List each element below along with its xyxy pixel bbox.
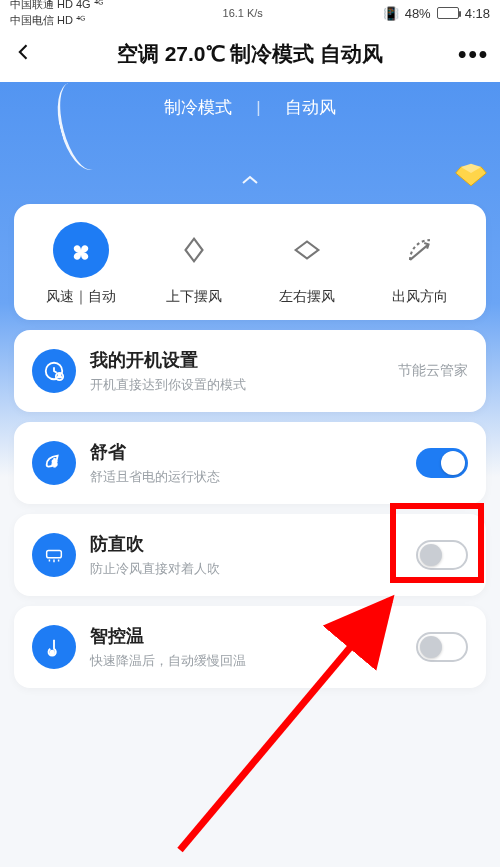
control-fan-speed[interactable]: 风速｜自动 bbox=[26, 222, 134, 306]
tab-mode[interactable]: 制冷模式 bbox=[164, 96, 232, 119]
svg-text:$: $ bbox=[52, 459, 57, 468]
smart-temp-toggle[interactable] bbox=[416, 632, 468, 662]
control-swing-lr[interactable]: 左右摆风 bbox=[252, 222, 360, 306]
leaf-money-icon: $ bbox=[32, 441, 76, 485]
clock-user-icon bbox=[32, 349, 76, 393]
tab-divider: | bbox=[256, 98, 260, 118]
setting-sub: 开机直接达到你设置的模式 bbox=[90, 376, 384, 394]
control-label: 左右摆风 bbox=[252, 288, 360, 306]
eco-toggle[interactable] bbox=[416, 448, 468, 478]
setting-title: 防直吹 bbox=[90, 532, 402, 556]
svg-rect-6 bbox=[47, 550, 62, 557]
svg-point-7 bbox=[50, 651, 54, 655]
thermometer-icon bbox=[32, 625, 76, 669]
setting-sub: 舒适且省电的运行状态 bbox=[90, 468, 402, 486]
setting-anti-direct[interactable]: 防直吹 防止冷风直接对着人吹 bbox=[14, 514, 486, 596]
swing-lr-icon bbox=[279, 222, 335, 278]
gem-icon[interactable] bbox=[454, 160, 488, 186]
control-direction[interactable]: 出风方向 bbox=[365, 222, 473, 306]
anti-direct-toggle[interactable] bbox=[416, 540, 468, 570]
swing-ud-icon bbox=[166, 222, 222, 278]
setting-title: 我的开机设置 bbox=[90, 348, 384, 372]
setting-eco[interactable]: $ 舒省 舒适且省电的运行状态 bbox=[14, 422, 486, 504]
back-button[interactable] bbox=[14, 40, 42, 68]
setting-sub: 防止冷风直接对着人吹 bbox=[90, 560, 402, 578]
more-button[interactable]: ••• bbox=[458, 40, 486, 68]
setting-title: 舒省 bbox=[90, 440, 402, 464]
status-bar: 中国联通 HD 4G ⁴ᴳ 中国电信 HD ⁴ᴳ 16.1 K/s 📳 48% … bbox=[0, 0, 500, 26]
control-label: 风速｜自动 bbox=[26, 288, 134, 306]
setting-title: 智控温 bbox=[90, 624, 402, 648]
setting-trailing: 节能云管家 bbox=[398, 362, 468, 380]
clock: 4:18 bbox=[465, 6, 490, 21]
control-label: 上下摆风 bbox=[139, 288, 247, 306]
vibrate-icon: 📳 bbox=[383, 6, 399, 21]
fan-icon bbox=[53, 222, 109, 278]
battery-icon bbox=[437, 7, 459, 19]
controls-card: 风速｜自动 上下摆风 左右摆风 出风方向 bbox=[14, 204, 486, 320]
page-title: 空调 27.0℃ 制冷模式 自动风 bbox=[42, 40, 458, 68]
control-label: 出风方向 bbox=[365, 288, 473, 306]
tab-wind[interactable]: 自动风 bbox=[285, 96, 336, 119]
app-header: 空调 27.0℃ 制冷模式 自动风 ••• bbox=[0, 26, 500, 82]
setting-startup[interactable]: 我的开机设置 开机直接达到你设置的模式 节能云管家 bbox=[14, 330, 486, 412]
direction-icon bbox=[392, 222, 448, 278]
battery-pct: 48% bbox=[405, 6, 431, 21]
ac-unit-icon bbox=[32, 533, 76, 577]
carrier-1: 中国联通 HD 4G ⁴ᴳ bbox=[10, 0, 103, 11]
control-swing-ud[interactable]: 上下摆风 bbox=[139, 222, 247, 306]
net-speed: 16.1 K/s bbox=[223, 7, 263, 19]
carrier-2: 中国电信 HD ⁴ᴳ bbox=[10, 15, 85, 27]
setting-smart-temp[interactable]: 智控温 快速降温后，自动缓慢回温 bbox=[14, 606, 486, 688]
setting-sub: 快速降温后，自动缓慢回温 bbox=[90, 652, 402, 670]
